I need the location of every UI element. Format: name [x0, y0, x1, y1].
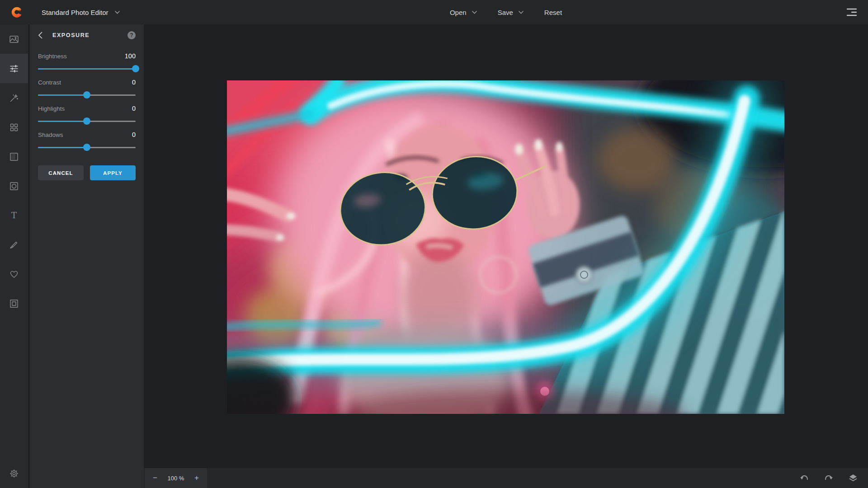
editor-mode-dropdown[interactable]: Standard Photo Editor — [42, 0, 120, 24]
slider-label: Brightness — [38, 53, 67, 60]
slider-highlights: Highlights 0 — [38, 105, 136, 125]
slider-thumb[interactable] — [83, 91, 90, 99]
rail-item-draw[interactable] — [0, 230, 28, 259]
slider-track[interactable] — [38, 144, 136, 151]
rail-item-text[interactable]: T — [0, 201, 28, 230]
photo-editor-app: Standard Photo Editor Open Save Reset — [0, 0, 868, 488]
rail-item-adjustments[interactable] — [0, 54, 28, 83]
slider-thumb[interactable] — [83, 117, 90, 125]
bottom-bar: − 100 % + — [144, 468, 868, 488]
exposure-panel: EXPOSURE ? Brightness 100 Contrast 0 — [30, 24, 144, 488]
slider-fill — [38, 147, 87, 148]
editor-mode-label: Standard Photo Editor — [42, 9, 108, 16]
cancel-button[interactable]: CANCEL — [38, 165, 84, 180]
slider-value: 100 — [125, 52, 136, 60]
overlays-icon — [9, 151, 19, 162]
rail-item-overlays[interactable] — [0, 142, 28, 171]
rail-item-masks[interactable] — [0, 171, 28, 201]
slider-label: Highlights — [38, 105, 65, 112]
chevron-down-icon — [472, 11, 477, 14]
slider-label: Contrast — [38, 79, 61, 86]
undo-icon[interactable] — [799, 474, 809, 483]
layers-icon[interactable] — [848, 474, 858, 483]
slider-brightness: Brightness 100 — [38, 52, 136, 72]
gear-icon — [9, 468, 19, 479]
slider-fill — [38, 94, 87, 96]
open-menu-button[interactable]: Open — [450, 9, 477, 16]
canvas-area: − 100 % + — [144, 24, 868, 488]
rail-spacer — [0, 318, 28, 459]
adjustments-icon — [9, 63, 19, 74]
chevron-left-icon — [38, 32, 42, 39]
rail-item-frames[interactable] — [0, 289, 28, 318]
panel-actions: CANCEL APPLY — [38, 165, 136, 180]
help-icon[interactable]: ? — [127, 31, 136, 39]
slider-track[interactable] — [38, 91, 136, 99]
rail-item-settings[interactable] — [0, 459, 28, 488]
slider-value: 0 — [132, 131, 136, 138]
slider-thumb[interactable] — [83, 144, 90, 151]
slider-value: 0 — [132, 79, 136, 86]
filters-grid-icon — [9, 122, 19, 133]
panel-title: EXPOSURE — [52, 32, 120, 38]
redo-icon[interactable] — [824, 474, 834, 483]
open-label: Open — [450, 9, 467, 16]
zoom-control: − 100 % + — [145, 468, 207, 488]
reset-button[interactable]: Reset — [544, 9, 562, 16]
top-bar: Standard Photo Editor Open Save Reset — [0, 0, 868, 24]
zoom-out-button[interactable]: − — [151, 474, 159, 483]
slider-fill — [38, 121, 87, 122]
heart-icon — [9, 269, 19, 280]
slider-contrast: Contrast 0 — [38, 79, 136, 99]
zoom-level: 100 % — [168, 475, 184, 482]
slider-track[interactable] — [38, 65, 136, 72]
photo-icon — [9, 34, 19, 45]
text-tool-icon: T — [9, 210, 19, 221]
photo-canvas[interactable] — [227, 80, 784, 414]
main-menu-icon[interactable] — [846, 8, 857, 17]
save-label: Save — [498, 9, 513, 16]
svg-text:T: T — [11, 211, 17, 220]
slider-fill — [38, 68, 136, 70]
apply-button[interactable]: APPLY — [90, 165, 136, 180]
slider-shadows: Shadows 0 — [38, 131, 136, 151]
rail-item-photo[interactable] — [0, 24, 28, 54]
top-menu: Open Save Reset — [144, 0, 868, 24]
slider-label: Shadows — [38, 131, 63, 138]
app-logo-icon[interactable] — [11, 6, 23, 18]
mask-icon — [9, 181, 19, 192]
history-controls — [799, 474, 858, 483]
slider-thumb[interactable] — [132, 65, 139, 72]
reset-label: Reset — [544, 9, 562, 16]
slider-track[interactable] — [38, 117, 136, 125]
draw-pen-icon — [9, 239, 19, 250]
save-menu-button[interactable]: Save — [498, 9, 524, 16]
back-button[interactable] — [38, 32, 45, 39]
magic-wand-icon — [9, 93, 19, 103]
slider-value: 0 — [132, 105, 136, 112]
tool-rail: T — [0, 24, 29, 488]
photo-image — [227, 80, 784, 414]
rail-item-graphics[interactable] — [0, 259, 28, 289]
rail-item-filters[interactable] — [0, 113, 28, 142]
chevron-down-icon — [519, 11, 524, 14]
chevron-down-icon — [115, 11, 120, 14]
frame-icon — [9, 298, 19, 309]
rail-item-effects[interactable] — [0, 83, 28, 113]
panel-header: EXPOSURE ? — [38, 24, 136, 46]
zoom-in-button[interactable]: + — [193, 474, 201, 483]
